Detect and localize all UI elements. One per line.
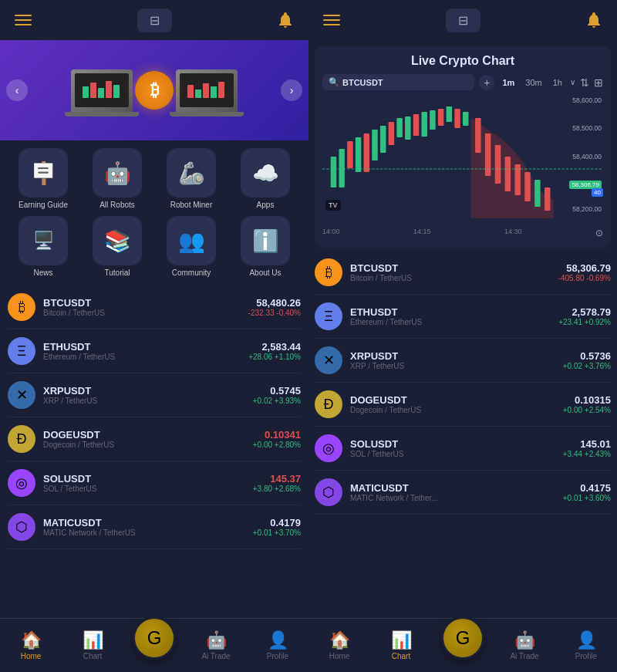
crypto-info-matic: MATICUSDT MATIC Network / Tether... [350,482,555,502]
crypto-change-eth: +23.41 +0.92% [558,318,611,326]
nav-item-profile-bottom-nav-left[interactable]: 👤 Profile [247,630,308,660]
crypto-item-btc[interactable]: ₿ BTCUSDT Bitcoin / TetherUS 58,480.26 -… [8,285,301,329]
nav-label-profile: Profile [267,652,288,660]
crypto-change-doge: +0.00 +2.54% [563,406,611,414]
time-btn-1m[interactable]: 1m [499,76,518,89]
nav-center-btn-bottom-nav-left[interactable]: G [133,616,176,660]
crypto-price-xrp: 0.5736 [563,350,611,362]
time-btn-1h[interactable]: 1h [550,76,565,89]
left-phone-panel: ⊟ ‹ [0,0,308,672]
crypto-change-sol: +3.44 +2.43% [563,450,611,458]
crypto-change-doge: +0.00 +2.80% [253,441,301,449]
crypto-item-xrp[interactable]: ✕ XRPUSDT XRP / TetherUS 0.5736 +0.02 +3… [315,339,611,383]
crypto-item-xrp[interactable]: ✕ XRPUSDT XRP / TetherUS 0.5745 +0.02 +3… [8,373,301,417]
nav-center-bottom-nav-right[interactable]: G [432,632,494,660]
crypto-pair-eth: Ethereum / TetherUS [43,353,241,361]
bitcoin-icon: ₿ [135,71,174,110]
menu-item-robot-miner[interactable]: 🦾 Robot Miner [157,148,225,210]
crypto-item-eth[interactable]: Ξ ETHUSDT Ethereum / TetherUS 2,578.79 +… [315,295,611,339]
menu-item-all-robots[interactable]: 🤖 All Robots [83,148,151,210]
top-bar-center-left[interactable]: ⊟ [137,8,172,32]
nav-item-profile-bottom-nav-right[interactable]: 👤 Profile [555,630,617,660]
menu-button-left[interactable] [11,8,35,32]
nav-label-ai-trade: Ai Trade [510,652,538,660]
crypto-item-btc[interactable]: ₿ BTCUSDT Bitcoin / TetherUS 58,306.79 -… [315,251,611,295]
crypto-pair-doge: Dogecoin / TetherUS [43,441,245,449]
svg-rect-2 [98,88,104,98]
crypto-item-matic[interactable]: ⬡ MATICUSDT MATIC Network / Tether... 0.… [315,471,611,515]
nav-icon-ai-trade: 🤖 [206,630,227,650]
nav-center-bottom-nav-left[interactable]: G [123,632,185,660]
add-symbol-btn[interactable]: + [479,75,494,90]
time-btn-30m[interactable]: 30m [522,76,545,89]
banner-prev[interactable]: ‹ [6,79,28,101]
chart-search-box[interactable]: 🔍 BTCUSDT [322,74,474,90]
bell-button-right[interactable] [582,8,606,32]
svg-rect-34 [495,145,501,184]
crypto-icon-sol: ◎ [315,434,342,462]
crypto-price-sol: 145.37 [253,473,301,485]
crypto-item-sol[interactable]: ◎ SOLUSDT SOL / TetherUS 145.01 +3.44 +2… [315,427,611,471]
svg-rect-3 [106,81,112,98]
time-dropdown-chevron[interactable]: ∨ [570,78,575,86]
laptop-left [71,69,133,112]
crypto-pair-xrp: XRP / TetherUS [43,397,245,405]
menu-item-earning-guide[interactable]: 🪧 Earning Guide [9,148,77,210]
svg-rect-21 [380,126,386,153]
svg-rect-38 [534,180,540,207]
menu-item-community[interactable]: 👥 Community [157,216,225,278]
crypto-info-sol: SOLUSDT SOL / TetherUS [43,473,245,493]
nav-item-chart-bottom-nav-right[interactable]: 📊 Chart [370,630,432,660]
nav-item-chart-bottom-nav-left[interactable]: 📊 Chart [62,630,123,660]
crypto-name-doge: DOGEUSDT [350,394,555,406]
crypto-pair-matic: MATIC Network / TetherUS [43,528,245,537]
chart-settings-btn-small[interactable]: ⊙ [595,228,603,238]
menu-item-apps[interactable]: ☁️ Apps [231,148,299,210]
all-robots-label: All Robots [99,201,135,210]
crypto-item-doge[interactable]: Ð DOGEUSDT Dogecoin / TetherUS 0.10315 +… [315,383,611,427]
crypto-info-btc: BTCUSDT Bitcoin / TetherUS [350,262,551,282]
top-bar-right: ⊟ [308,0,617,40]
chart-settings-icon[interactable]: ⇅ [580,76,589,89]
crypto-values-matic: 0.4179 +0.01 +3.70% [253,517,301,537]
svg-rect-25 [413,114,419,136]
banner-next[interactable]: › [281,79,302,101]
crypto-price-sol: 145.01 [563,438,611,450]
crypto-pair-eth: Ethereum / TetherUS [350,318,551,326]
crypto-item-eth[interactable]: Ξ ETHUSDT Ethereum / TetherUS 2,583.44 +… [8,329,301,373]
crypto-values-matic: 0.4175 +0.01 +3.60% [563,482,611,502]
crypto-item-sol[interactable]: ◎ SOLUSDT SOL / TetherUS 145.37 +3.80 +2… [8,461,301,505]
crypto-icon-xrp: ✕ [315,346,342,374]
menu-item-tutorial[interactable]: 📚 Tutorial [83,216,151,278]
crypto-item-doge[interactable]: Ð DOGEUSDT Dogecoin / TetherUS 0.10341 +… [8,417,301,461]
crypto-item-matic[interactable]: ⬡ MATICUSDT MATIC Network / TetherUS 0.4… [8,505,301,549]
nav-item-home-bottom-nav-right[interactable]: 🏠 Home [308,630,370,660]
crypto-price-btc: 58,480.26 [248,297,301,309]
nav-item-ai-trade-bottom-nav-left[interactable]: 🤖 Ai Trade [185,630,247,660]
svg-rect-31 [463,112,468,126]
crypto-info-doge: DOGEUSDT Dogecoin / TetherUS [350,394,555,414]
crypto-info-matic: MATICUSDT MATIC Network / TetherUS [43,517,245,537]
menu-button-right[interactable] [319,8,344,32]
nav-item-home-bottom-nav-left[interactable]: 🏠 Home [0,630,62,660]
nav-icon-chart: 📊 [391,630,412,650]
crypto-icon-eth: Ξ [315,302,342,330]
top-bar-center-right[interactable]: ⊟ [446,8,480,32]
chart-symbol: BTCUSDT [342,78,383,87]
crypto-icon-btc: ₿ [8,293,35,321]
svg-rect-39 [545,187,550,211]
svg-rect-23 [396,118,402,137]
menu-item-news[interactable]: 🖥️ News [9,216,77,278]
menu-item-about-us[interactable]: ℹ️ About Us [231,216,299,278]
chart-fullscreen-icon[interactable]: ⊞ [594,76,603,89]
x-label-1400: 14:00 [322,228,340,238]
svg-marker-14 [471,118,554,218]
bell-button-left[interactable] [273,8,298,32]
crypto-info-xrp: XRPUSDT XRP / TetherUS [43,385,245,405]
earning-guide-label: Earning Guide [19,201,68,210]
svg-rect-7 [203,83,209,98]
crypto-values-btc: 58,480.26 -232.33 -0.40% [248,297,301,317]
nav-center-btn-bottom-nav-right[interactable]: G [441,616,484,660]
nav-item-ai-trade-bottom-nav-right[interactable]: 🤖 Ai Trade [494,630,555,660]
crypto-values-doge: 0.10315 +0.00 +2.54% [563,394,611,414]
